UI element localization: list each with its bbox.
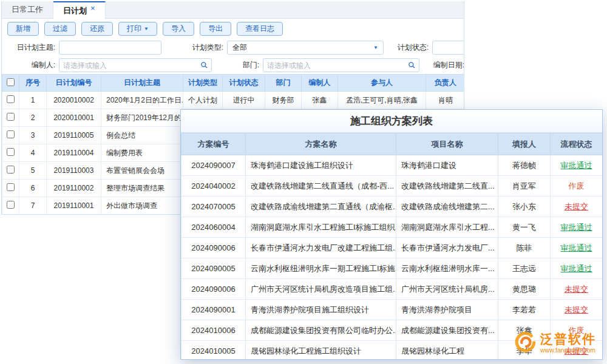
col-plan-name: 方案名称: [246, 133, 396, 155]
cell-plan-name-link[interactable]: 晟铭园林绿化工程施工组织设计: [246, 341, 396, 360]
row-checkbox[interactable]: [7, 201, 15, 209]
status-badge[interactable]: 审批通过: [551, 258, 603, 279]
cell-no: 1: [19, 92, 47, 109]
cell-plan-name-link[interactable]: 珠海鹤港口建设施工组织设计: [246, 155, 396, 176]
cell-plan-name-link[interactable]: 改建铁路成渝线增建第二直通线（成渝枢...: [246, 197, 396, 217]
tab-daily-work[interactable]: 日常工作: [2, 1, 53, 18]
cell-plan-code-link[interactable]: 2024010005: [181, 341, 246, 360]
cell-topic-link[interactable]: 例会总结: [101, 127, 183, 144]
status-badge[interactable]: 未提交: [551, 300, 603, 320]
cell-plan-code-link[interactable]: 2024090005: [181, 258, 246, 279]
cell-code-link[interactable]: 2019110005: [47, 127, 101, 144]
status-badge[interactable]: 审批通过: [551, 238, 603, 258]
view-log-button[interactable]: 查看日志: [237, 22, 283, 36]
row-checkbox[interactable]: [7, 130, 15, 138]
status-badge[interactable]: 未提交: [551, 341, 603, 360]
filter-button[interactable]: 过滤: [44, 22, 76, 36]
cell-topic-link[interactable]: 财务部门2019年12月的...: [101, 109, 183, 127]
cell-project-name-link[interactable]: 湖南洞庭湖水库引水工程...: [396, 217, 498, 238]
row-checkbox[interactable]: [7, 183, 15, 191]
cell-plan-name-link[interactable]: 成都能源建设集团投资有限公司临时办公...: [246, 320, 396, 341]
row-checkbox[interactable]: [7, 113, 15, 121]
cell-project-name-link[interactable]: 云南水利枢纽潜明水库一...: [396, 258, 498, 279]
cell-topic-link[interactable]: 布置管销展会会场: [101, 162, 183, 180]
status-badge[interactable]: 作废: [551, 320, 603, 341]
cell-project-name-link[interactable]: 广州市天河区统计局机房...: [396, 279, 498, 300]
cell-plan-code-link[interactable]: 2024070005: [181, 197, 246, 217]
cell-code-link[interactable]: 2019110004: [47, 144, 101, 162]
cell-plan-code-link[interactable]: 2024090006: [181, 238, 246, 258]
status-badge[interactable]: 审批通过: [551, 217, 603, 238]
row-checkbox[interactable]: [7, 148, 15, 156]
dept-input[interactable]: [263, 58, 419, 72]
cell-participants: 孟浩,王可可,肖晴,张鑫: [338, 92, 426, 109]
cell-project-name-link[interactable]: 长春市伊通河水力发电厂...: [396, 238, 498, 258]
cell-project-name-link[interactable]: 珠海鹤港口建设: [396, 155, 498, 176]
cell-project-name-link[interactable]: 改建铁路成渝线增建第二...: [396, 197, 498, 217]
export-button[interactable]: 导出: [200, 22, 231, 36]
cell-plan-code-link[interactable]: 2024040002: [181, 176, 246, 197]
add-button[interactable]: 新增: [7, 22, 39, 36]
cell-project-name-link[interactable]: 改建铁路线增建第二线直...: [396, 176, 498, 197]
cell-code-link[interactable]: 2020010002: [47, 92, 101, 109]
table-row[interactable]: 2024070005 改建铁路成渝线增建第二直通线（成渝枢... 改建铁路成渝线…: [181, 197, 603, 217]
tab-close-icon[interactable]: ×: [90, 4, 95, 13]
print-button[interactable]: 打印▼: [118, 22, 157, 36]
cell-filler: 黄一飞: [498, 217, 551, 238]
cell-project-name-link[interactable]: 晟铭园林绿化工程: [396, 341, 498, 360]
select-all-checkbox[interactable]: [7, 78, 15, 86]
plan-type-select[interactable]: 全部 ▼: [227, 41, 384, 55]
import-button[interactable]: 导入: [163, 22, 194, 36]
cell-plan-code-link[interactable]: 2024090006: [181, 279, 246, 300]
cell-code-link[interactable]: 2019110002: [47, 180, 101, 197]
cell-plan-name-link[interactable]: 青海洪湖养护院项目施工组织设计: [246, 300, 396, 320]
cell-code-link[interactable]: 2020010001: [47, 109, 101, 127]
table-row[interactable]: 2024090005 云南水利枢纽潜明水库一期工程施工I标施... 云南水利枢纽…: [181, 258, 603, 279]
cell-plan-name-link[interactable]: 改建铁路线增建第二线直通线（成都-西...: [246, 176, 396, 197]
cell-plan-code-link[interactable]: 2024010006: [181, 320, 246, 341]
row-checkbox[interactable]: [7, 95, 15, 103]
cell-plan-name-link[interactable]: 广州市天河区统计局机房改造项目施工组...: [246, 279, 396, 300]
table-row[interactable]: 2024010005 晟铭园林绿化工程施工组织设计 晟铭园林绿化工程 李华 未提…: [181, 341, 603, 360]
search-icon[interactable]: [200, 61, 208, 71]
tab-label: 日常工作: [12, 4, 43, 15]
cell-topic-link[interactable]: 2020年1月2日的工作日...: [101, 92, 183, 109]
cell-code-link[interactable]: 2019110001: [47, 197, 101, 215]
cell-code-link[interactable]: 2019110003: [47, 162, 101, 180]
status-badge[interactable]: 未提交: [551, 197, 603, 217]
cell-filler: 陈菲: [498, 238, 551, 258]
plan-status-select[interactable]: [432, 41, 464, 55]
tab-label: 日计划: [63, 5, 87, 16]
cell-topic-link[interactable]: 编制费用表: [101, 144, 183, 162]
row-checkbox[interactable]: [7, 166, 15, 174]
topic-input[interactable]: [59, 41, 161, 55]
table-row[interactable]: 2024040002 改建铁路线增建第二线直通线（成都-西... 改建铁路线增建…: [181, 176, 603, 197]
col-no: 序号: [19, 75, 47, 92]
cell-plan-code-link[interactable]: 2024090001: [181, 300, 246, 320]
cell-project-name-link[interactable]: 成都能源建设集团投资有...: [396, 320, 498, 341]
table-row[interactable]: 2024010006 成都能源建设集团投资有限公司临时办公... 成都能源建设集…: [181, 320, 603, 341]
tab-daily-plan[interactable]: 日计划 ×: [53, 1, 106, 19]
cell-topic-link[interactable]: 整理市场调查结果: [101, 180, 183, 197]
cell-plan-name-link[interactable]: 湖南洞庭湖水库引水工程施工I标施工组织...: [246, 217, 396, 238]
status-badge[interactable]: 作废: [551, 176, 603, 197]
table-row[interactable]: 2024090007 珠海鹤港口建设施工组织设计 珠海鹤港口建设 蒋德帧 审批通…: [181, 155, 603, 176]
cell-plan-code-link[interactable]: 2024090007: [181, 155, 246, 176]
table-row[interactable]: 2024060004 湖南洞庭湖水库引水工程施工I标施工组织... 湖南洞庭湖水…: [181, 217, 603, 238]
compiler-input[interactable]: [59, 58, 212, 72]
cell-plan-name-link[interactable]: 云南水利枢纽潜明水库一期工程施工I标施...: [246, 258, 396, 279]
cell-topic-link[interactable]: 外出做市场调查: [101, 197, 183, 215]
table-row[interactable]: 2024090006 广州市天河区统计局机房改造项目施工组... 广州市天河区统…: [181, 279, 603, 300]
compiler-label: 编制人:: [4, 60, 55, 70]
cell-project-name-link[interactable]: 青海洪湖养护院项目: [396, 300, 498, 320]
cell-plan-code-link[interactable]: 2024060004: [181, 217, 246, 238]
search-icon[interactable]: [408, 61, 416, 71]
status-badge[interactable]: 审批通过: [551, 155, 603, 176]
table-row[interactable]: 2024090001 青海洪湖养护院项目施工组织设计 青海洪湖养护院项目 李若若…: [181, 300, 603, 320]
cell-plan-name-link[interactable]: 长春市伊通河水力发电厂改建工程施工组...: [246, 238, 396, 258]
table-row[interactable]: 1 2020010002 2020年1月2日的工作日... 个人计划 进行中 财…: [2, 92, 465, 109]
table-row[interactable]: 2024090006 长春市伊通河水力发电厂改建工程施工组... 长春市伊通河水…: [181, 238, 603, 258]
cell-owner-link[interactable]: 肖晴: [426, 92, 465, 109]
status-badge[interactable]: 未提交: [551, 279, 603, 300]
restore-button[interactable]: 还原: [81, 22, 113, 36]
